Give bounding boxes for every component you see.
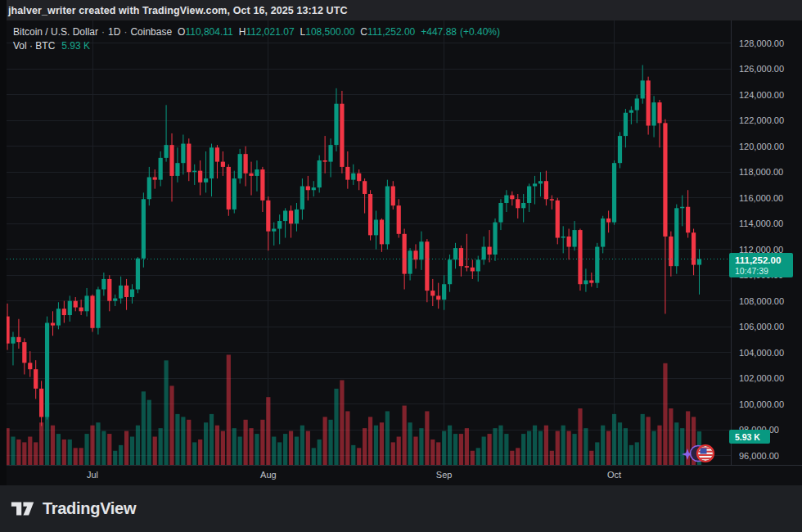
volume-bar [674, 422, 678, 465]
volume-bar [651, 431, 656, 465]
candle [527, 183, 531, 212]
candle [136, 257, 140, 293]
volume-bar [159, 428, 163, 465]
candles [7, 65, 701, 426]
volume-title[interactable]: Vol · BTC [13, 40, 55, 52]
volume-bar [198, 440, 202, 465]
price-tick-label: 108,000.00 [739, 295, 784, 307]
volume-bar [380, 422, 384, 465]
price-tick-label: 126,000.00 [739, 63, 784, 74]
candle [493, 219, 497, 261]
volume-bar [408, 422, 412, 465]
candle [328, 138, 332, 177]
volume-bar [260, 420, 264, 465]
volume-bar [136, 426, 140, 465]
candle [556, 198, 560, 245]
volume-bar [34, 442, 38, 465]
volume-bar [391, 442, 395, 465]
volume-bar [498, 426, 502, 465]
volume-bar [663, 363, 667, 465]
volume-bar [572, 434, 576, 465]
tradingview-logo-icon[interactable] [11, 498, 35, 519]
volume-bar [351, 445, 355, 465]
volume-bar [334, 389, 338, 465]
volume-bar [567, 431, 571, 465]
volume-bar [538, 431, 543, 465]
candle [295, 203, 299, 232]
volume-bar [272, 437, 276, 466]
volume-bar [442, 431, 446, 465]
open-value: 110,804.11 [185, 26, 232, 38]
candle [283, 208, 287, 237]
candle [635, 95, 639, 124]
candle [363, 178, 367, 214]
candle [498, 199, 502, 230]
candle [651, 96, 656, 137]
low-value: 108,500.00 [305, 26, 354, 38]
volume-bar [16, 440, 20, 465]
candlestick-chart[interactable] [7, 20, 731, 465]
candle [210, 144, 214, 197]
volume-bar [669, 408, 673, 465]
volume-bar [147, 400, 151, 465]
grid-lines [7, 20, 731, 465]
volume-bar [527, 431, 531, 465]
candle [289, 205, 293, 237]
volume-bar [476, 448, 480, 465]
price-tick-label: 116,000.00 [739, 192, 783, 204]
candle [175, 147, 179, 183]
candle [374, 210, 378, 249]
candle [533, 176, 537, 205]
candle [345, 151, 349, 189]
candle [391, 181, 395, 210]
tradingview-chart-export: jhalver_writer created with TradingView.… [0, 0, 802, 532]
legend-volume-row: Vol · BTC5.93 K [13, 39, 500, 52]
candle [34, 360, 38, 399]
candle [56, 302, 61, 329]
volume-bar [101, 431, 106, 465]
candle [657, 100, 661, 147]
month-label: Aug [260, 470, 277, 480]
candle [538, 172, 543, 196]
exchange-label: Coinbase [130, 26, 172, 38]
volume-bar [624, 428, 628, 465]
volume-bar [318, 440, 322, 465]
candle [277, 214, 282, 244]
volume-bar [425, 411, 429, 465]
price-tick-label: 102,000.00 [739, 372, 784, 384]
candle [334, 88, 338, 151]
volume-bar [96, 422, 100, 465]
price-axis[interactable]: 128,000.00126,000.00124,000.00122,000.00… [731, 20, 802, 465]
candle [674, 205, 678, 274]
volume-bar [488, 434, 492, 465]
candle [397, 199, 401, 237]
change-percent: (+0.40%) [460, 26, 500, 38]
volume-bar [192, 442, 196, 465]
candle [680, 196, 684, 227]
volume-bar [657, 426, 661, 465]
symbol-name[interactable]: Bitcoin / U.S. Dollar [13, 26, 98, 38]
candle [442, 275, 446, 310]
volume-bar [448, 426, 452, 465]
volume-bar [606, 431, 611, 465]
tradingview-brand-text[interactable]: TradingView [43, 499, 136, 518]
volume-bar [374, 426, 378, 465]
candle [686, 190, 690, 237]
volume-bar [107, 434, 111, 465]
candle [7, 304, 10, 350]
change-value: +447.88 [421, 26, 457, 38]
volume-bar [510, 451, 514, 465]
candle [482, 237, 486, 265]
price-tick-label: 128,000.00 [739, 38, 784, 49]
volume-bar [413, 437, 417, 466]
volume-bar [556, 431, 560, 465]
volume-bar [612, 414, 616, 465]
candle [567, 229, 571, 260]
volume-bar [244, 420, 248, 465]
month-label: Jul [87, 470, 98, 480]
candle [550, 196, 554, 210]
us-flag-event-icon[interactable] [697, 445, 714, 462]
candle [232, 171, 237, 214]
volume-bar [232, 428, 237, 465]
volume-bar [266, 397, 270, 465]
